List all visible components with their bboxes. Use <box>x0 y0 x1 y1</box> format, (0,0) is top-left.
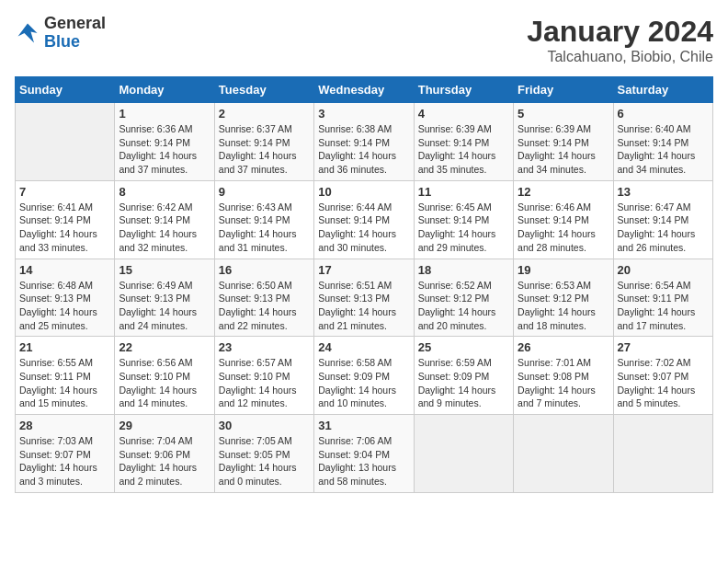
day-info: Sunrise: 6:55 AMSunset: 9:11 PMDaylight:… <box>19 356 110 410</box>
calendar-cell: 29Sunrise: 7:04 AMSunset: 9:06 PMDayligh… <box>115 415 214 493</box>
calendar-cell: 15Sunrise: 6:49 AMSunset: 9:13 PMDayligh… <box>115 259 214 337</box>
day-info: Sunrise: 6:53 AMSunset: 9:12 PMDaylight:… <box>518 279 609 333</box>
day-number: 13 <box>618 185 709 199</box>
day-info: Sunrise: 6:38 AMSunset: 9:14 PMDaylight:… <box>318 122 409 177</box>
calendar-cell: 2Sunrise: 6:37 AMSunset: 9:14 PMDaylight… <box>214 103 313 181</box>
month-year-title: January 2024 <box>527 15 713 49</box>
svg-marker-0 <box>18 23 38 42</box>
calendar-cell: 6Sunrise: 6:40 AMSunset: 9:14 PMDaylight… <box>613 103 712 181</box>
calendar-cell <box>414 415 513 493</box>
day-number: 22 <box>119 340 210 354</box>
calendar-cell: 4Sunrise: 6:39 AMSunset: 9:14 PMDaylight… <box>414 103 513 181</box>
day-number: 20 <box>618 263 709 277</box>
day-info: Sunrise: 7:06 AMSunset: 9:04 PMDaylight:… <box>318 434 409 488</box>
day-number: 5 <box>518 107 609 121</box>
calendar-cell: 14Sunrise: 6:48 AMSunset: 9:13 PMDayligh… <box>16 259 115 337</box>
calendar-week-5: 28Sunrise: 7:03 AMSunset: 9:07 PMDayligh… <box>16 415 713 493</box>
calendar-cell: 8Sunrise: 6:42 AMSunset: 9:14 PMDaylight… <box>115 180 214 259</box>
day-info: Sunrise: 6:47 AMSunset: 9:14 PMDaylight:… <box>618 201 709 255</box>
calendar-cell: 27Sunrise: 7:02 AMSunset: 9:07 PMDayligh… <box>613 337 712 415</box>
day-number: 25 <box>418 340 509 354</box>
calendar-week-4: 21Sunrise: 6:55 AMSunset: 9:11 PMDayligh… <box>16 337 713 415</box>
calendar-cell: 9Sunrise: 6:43 AMSunset: 9:14 PMDaylight… <box>214 180 313 259</box>
day-info: Sunrise: 7:02 AMSunset: 9:07 PMDaylight:… <box>618 356 709 410</box>
day-info: Sunrise: 6:39 AMSunset: 9:14 PMDaylight:… <box>518 122 609 177</box>
day-info: Sunrise: 6:40 AMSunset: 9:14 PMDaylight:… <box>618 122 709 177</box>
logo-blue: Blue <box>44 32 80 51</box>
calendar-cell: 31Sunrise: 7:06 AMSunset: 9:04 PMDayligh… <box>314 415 414 493</box>
day-number: 7 <box>19 185 110 199</box>
weekday-saturday: Saturday <box>613 77 712 103</box>
calendar-week-3: 14Sunrise: 6:48 AMSunset: 9:13 PMDayligh… <box>16 259 713 337</box>
calendar-cell <box>514 415 613 493</box>
day-info: Sunrise: 7:04 AMSunset: 9:06 PMDaylight:… <box>119 434 210 488</box>
weekday-thursday: Thursday <box>414 77 513 103</box>
page-header: General Blue January 2024 Talcahuano, Bi… <box>15 15 713 65</box>
calendar-week-1: 1Sunrise: 6:36 AMSunset: 9:14 PMDaylight… <box>16 103 713 181</box>
day-info: Sunrise: 6:42 AMSunset: 9:14 PMDaylight:… <box>119 201 210 255</box>
calendar-cell: 10Sunrise: 6:44 AMSunset: 9:14 PMDayligh… <box>314 180 414 259</box>
calendar-cell: 12Sunrise: 6:46 AMSunset: 9:14 PMDayligh… <box>514 180 613 259</box>
calendar-week-2: 7Sunrise: 6:41 AMSunset: 9:14 PMDaylight… <box>16 180 713 259</box>
day-number: 23 <box>219 340 310 354</box>
logo-text: General Blue <box>44 15 106 52</box>
calendar-cell: 21Sunrise: 6:55 AMSunset: 9:11 PMDayligh… <box>16 337 115 415</box>
calendar-cell: 24Sunrise: 6:58 AMSunset: 9:09 PMDayligh… <box>314 337 414 415</box>
day-number: 21 <box>19 340 110 354</box>
day-number: 11 <box>418 185 509 199</box>
day-number: 26 <box>518 340 609 354</box>
day-number: 17 <box>318 263 409 277</box>
day-info: Sunrise: 6:58 AMSunset: 9:09 PMDaylight:… <box>318 356 409 410</box>
calendar-cell: 13Sunrise: 6:47 AMSunset: 9:14 PMDayligh… <box>613 180 712 259</box>
day-info: Sunrise: 6:37 AMSunset: 9:14 PMDaylight:… <box>219 122 310 177</box>
weekday-tuesday: Tuesday <box>214 77 313 103</box>
calendar-cell <box>613 415 712 493</box>
day-number: 29 <box>119 419 210 432</box>
day-number: 1 <box>119 107 210 121</box>
day-number: 6 <box>618 107 709 121</box>
logo: General Blue <box>15 15 106 52</box>
day-info: Sunrise: 6:36 AMSunset: 9:14 PMDaylight:… <box>119 122 210 177</box>
day-info: Sunrise: 6:44 AMSunset: 9:14 PMDaylight:… <box>318 201 409 255</box>
day-info: Sunrise: 6:49 AMSunset: 9:13 PMDaylight:… <box>119 279 210 333</box>
day-number: 24 <box>318 340 409 354</box>
day-number: 14 <box>19 263 110 277</box>
day-info: Sunrise: 7:01 AMSunset: 9:08 PMDaylight:… <box>518 356 609 410</box>
day-number: 16 <box>219 263 310 277</box>
day-info: Sunrise: 6:52 AMSunset: 9:12 PMDaylight:… <box>418 279 509 333</box>
location-title: Talcahuano, Biobio, Chile <box>527 49 713 65</box>
calendar-cell: 3Sunrise: 6:38 AMSunset: 9:14 PMDaylight… <box>314 103 414 181</box>
weekday-friday: Friday <box>514 77 613 103</box>
weekday-wednesday: Wednesday <box>314 77 414 103</box>
calendar-cell <box>16 103 115 181</box>
calendar-cell: 25Sunrise: 6:59 AMSunset: 9:09 PMDayligh… <box>414 337 513 415</box>
calendar-cell: 20Sunrise: 6:54 AMSunset: 9:11 PMDayligh… <box>613 259 712 337</box>
day-number: 4 <box>418 107 509 121</box>
calendar-cell: 28Sunrise: 7:03 AMSunset: 9:07 PMDayligh… <box>16 415 115 493</box>
logo-icon <box>15 20 40 46</box>
day-info: Sunrise: 6:41 AMSunset: 9:14 PMDaylight:… <box>19 201 110 255</box>
day-info: Sunrise: 6:39 AMSunset: 9:14 PMDaylight:… <box>418 122 509 177</box>
day-info: Sunrise: 6:59 AMSunset: 9:09 PMDaylight:… <box>418 356 509 410</box>
day-number: 28 <box>19 419 110 432</box>
calendar-body: 1Sunrise: 6:36 AMSunset: 9:14 PMDaylight… <box>16 103 713 493</box>
day-number: 2 <box>219 107 310 121</box>
day-number: 19 <box>518 263 609 277</box>
calendar-cell: 16Sunrise: 6:50 AMSunset: 9:13 PMDayligh… <box>214 259 313 337</box>
day-number: 8 <box>119 185 210 199</box>
day-number: 10 <box>318 185 409 199</box>
title-block: January 2024 Talcahuano, Biobio, Chile <box>527 15 713 65</box>
day-info: Sunrise: 6:50 AMSunset: 9:13 PMDaylight:… <box>219 279 310 333</box>
calendar-cell: 17Sunrise: 6:51 AMSunset: 9:13 PMDayligh… <box>314 259 414 337</box>
day-info: Sunrise: 6:46 AMSunset: 9:14 PMDaylight:… <box>518 201 609 255</box>
calendar-cell: 19Sunrise: 6:53 AMSunset: 9:12 PMDayligh… <box>514 259 613 337</box>
day-info: Sunrise: 6:54 AMSunset: 9:11 PMDaylight:… <box>618 279 709 333</box>
calendar-cell: 26Sunrise: 7:01 AMSunset: 9:08 PMDayligh… <box>514 337 613 415</box>
day-number: 9 <box>219 185 310 199</box>
day-number: 3 <box>318 107 409 121</box>
weekday-header-row: SundayMondayTuesdayWednesdayThursdayFrid… <box>16 77 713 103</box>
day-number: 30 <box>219 419 310 432</box>
day-number: 31 <box>318 419 409 432</box>
day-number: 12 <box>518 185 609 199</box>
day-number: 18 <box>418 263 509 277</box>
